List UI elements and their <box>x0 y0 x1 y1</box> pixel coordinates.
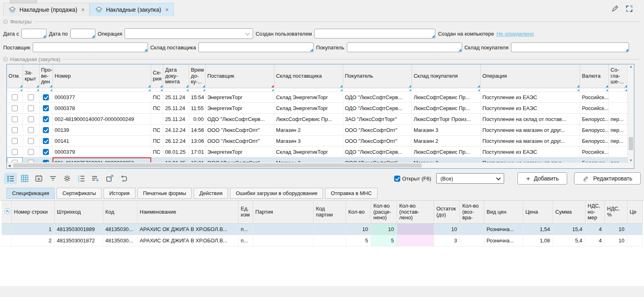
closed-checkbox[interactable] <box>28 127 34 133</box>
cell-mark[interactable] <box>7 103 23 114</box>
filter-triangle-icon[interactable] <box>606 85 608 87</box>
cell-name[interactable]: АРАХИС ОК ДЖИГА В ХР.ОБОЛ.В... <box>137 224 238 235</box>
cell-buyer_wh[interactable]: ЛюксСофтСервис Пр... <box>412 146 481 157</box>
tab-invoices-purchase[interactable]: Накладные (закупка) × <box>90 3 174 16</box>
cell-supplier_wh[interactable]: Склад ЭнергетикТорг <box>274 92 343 103</box>
mark-checkbox[interactable] <box>12 149 18 155</box>
cell-number[interactable]: 0000378 <box>53 103 151 114</box>
spec-col-code[interactable]: Код <box>103 201 137 224</box>
open-f6-checkbox[interactable] <box>394 176 400 182</box>
cell-vat_pct[interactable]: 10 <box>604 224 627 235</box>
detail-tab-6[interactable]: Отправка в МНС <box>325 188 377 199</box>
spec-row[interactable]: 1481350300188948135030...АРАХИС ОК ДЖИГА… <box>2 224 642 235</box>
vertical-scrollbar[interactable]: ▲ ▼ <box>627 64 634 163</box>
invoice-col-closed[interactable]: За-крыт <box>23 64 40 88</box>
cell-supplier[interactable]: ЭнергетикТорг <box>205 146 274 157</box>
cell-price[interactable]: 1,08 <box>523 235 553 246</box>
cell-closed[interactable] <box>23 114 40 125</box>
buyer-input[interactable] <box>347 42 462 52</box>
cell-closed[interactable] <box>23 125 40 136</box>
spec-col-name[interactable]: Наименование <box>137 201 238 224</box>
cell-price[interactable]: 1,54 <box>523 224 553 235</box>
cell-sum[interactable]: 5,4 <box>553 235 585 246</box>
cell-closed[interactable] <box>23 146 40 157</box>
cell-mark[interactable] <box>7 136 23 146</box>
cell-buyer_wh[interactable]: ЛюксСофтСервис Пр... <box>412 103 481 114</box>
cell-time[interactable]: 11:55 <box>189 103 206 114</box>
cell-rest[interactable]: 10 <box>434 224 460 235</box>
cell-proved[interactable] <box>39 125 53 136</box>
cell-proved[interactable] <box>39 136 53 146</box>
close-icon[interactable]: × <box>165 6 169 13</box>
invoice-col-time[interactable]: Врем до-ку-... <box>189 64 206 88</box>
spec-col-price_type[interactable]: Вид цен <box>484 201 523 224</box>
spec-col-line[interactable]: Номер строки <box>11 201 54 224</box>
list-view-button[interactable] <box>4 173 17 184</box>
edit-button[interactable]: Редактировать <box>574 172 641 185</box>
cell-buyer_wh[interactable]: Магазин 2 <box>412 136 481 146</box>
cell-proved[interactable] <box>39 114 53 125</box>
cell-supplier[interactable]: ООО "ЛюксСофтОпт" <box>205 125 274 136</box>
detail-tab-0[interactable]: Спецификация <box>6 188 55 199</box>
proved-checkbox[interactable] <box>43 94 49 100</box>
cell-date[interactable]: 08.01.25 <box>163 146 189 157</box>
closed-checkbox[interactable] <box>28 138 34 144</box>
cell-vat_num[interactable]: 4 <box>585 235 604 246</box>
add-to-list-button[interactable] <box>89 173 102 184</box>
invoice-row[interactable]: 00139ПС24.12.2414:56ООО "ЛюксСофтОпт"Маг… <box>7 125 628 136</box>
spec-row[interactable]: 2481350300187248135030...АРАХИС ОК ДЖИГА… <box>2 235 642 246</box>
filter-triangle-icon[interactable] <box>50 85 52 87</box>
invoice-row[interactable]: 0000377ПС25.11.2415:54ЭнергетикТоргСклад… <box>7 92 628 103</box>
mark-checkbox[interactable] <box>12 127 18 133</box>
cell-number[interactable]: 00139 <box>53 125 151 136</box>
cell-agreement[interactable]: пер... <box>609 125 628 136</box>
spec-col-sum[interactable]: Сумма <box>553 201 585 224</box>
cell-qty_delivered[interactable] <box>397 235 434 246</box>
spec-col-barcode[interactable]: Штрихкод <box>54 201 103 224</box>
cell-currency[interactable]: Белорусс... <box>580 125 609 136</box>
closed-checkbox[interactable] <box>28 105 34 111</box>
cell-agreement[interactable] <box>609 103 628 114</box>
cell-vat_pct[interactable]: 10 <box>604 235 627 246</box>
cell-agreement[interactable]: пер... <box>609 136 628 146</box>
grid-view-button[interactable] <box>18 173 31 184</box>
filter-triangle-icon[interactable] <box>186 85 188 87</box>
cell-proved[interactable] <box>39 103 53 114</box>
cell-operation[interactable]: Поступление на магазин от друг... <box>481 125 580 136</box>
cell-supplier[interactable]: ЭнергетикТорг <box>205 92 274 103</box>
cell-supplier_wh[interactable]: Склад ЭнергетикТорг <box>274 103 343 114</box>
supplier-input[interactable] <box>33 42 148 52</box>
cell-name[interactable]: АРАХИС ОК ДЖИГА В ХР.ОБОЛ.В... <box>137 235 238 246</box>
scroll-up-icon[interactable]: ▲ <box>628 64 634 69</box>
close-icon[interactable]: × <box>81 6 84 13</box>
invoice-row[interactable]: 00141ПС26.12.2413:06ООО "ЛюксСофтОпт"Маг… <box>7 136 628 146</box>
invoice-col-supplier_wh[interactable]: Склад поставщика <box>274 64 343 88</box>
spec-col-qty_returned[interactable]: Кол-во (воз-вра- <box>460 201 484 224</box>
cell-sort[interactable] <box>2 235 11 246</box>
invoice-col-buyer[interactable]: Покупатель <box>343 64 412 88</box>
cell-currency[interactable]: Белорусс... <box>580 114 609 125</box>
detail-tab-5[interactable]: Ошибки загрузки в оборудование <box>230 188 323 199</box>
cell-time[interactable]: 15:54 <box>189 92 206 103</box>
cell-series[interactable]: ПС <box>151 103 163 114</box>
cell-tail[interactable] <box>627 224 642 235</box>
cell-qty_delivered[interactable] <box>397 224 434 235</box>
cell-agreement[interactable] <box>609 146 628 157</box>
cell-supplier_wh[interactable]: ЛюксСофтСервис Пр... <box>274 114 343 125</box>
cell-series[interactable]: ПС <box>151 125 163 136</box>
spec-col-sort[interactable] <box>2 201 11 224</box>
cell-price_type[interactable]: Рознична... <box>484 224 523 235</box>
cell-code[interactable]: 48135030... <box>103 224 137 235</box>
scrollbar-thumb[interactable] <box>629 137 633 150</box>
invoice-col-date[interactable]: Дата доку-мента <box>163 64 189 88</box>
cell-mark[interactable] <box>7 92 23 103</box>
calendar-button[interactable] <box>32 173 45 184</box>
cell-agreement[interactable] <box>609 92 628 103</box>
cell-rest[interactable]: 3 <box>434 235 460 246</box>
cell-supplier_wh[interactable]: Магазин 3 <box>274 136 343 146</box>
cell-buyer_wh[interactable]: Магазин 3 <box>412 125 481 136</box>
cell-qty_returned[interactable] <box>460 224 484 235</box>
scroll-left-icon[interactable]: ◀ <box>8 164 11 168</box>
cell-buyer[interactable]: ООО "ЛюксСофтОпт" <box>343 125 412 136</box>
operation-select[interactable] <box>125 28 253 39</box>
